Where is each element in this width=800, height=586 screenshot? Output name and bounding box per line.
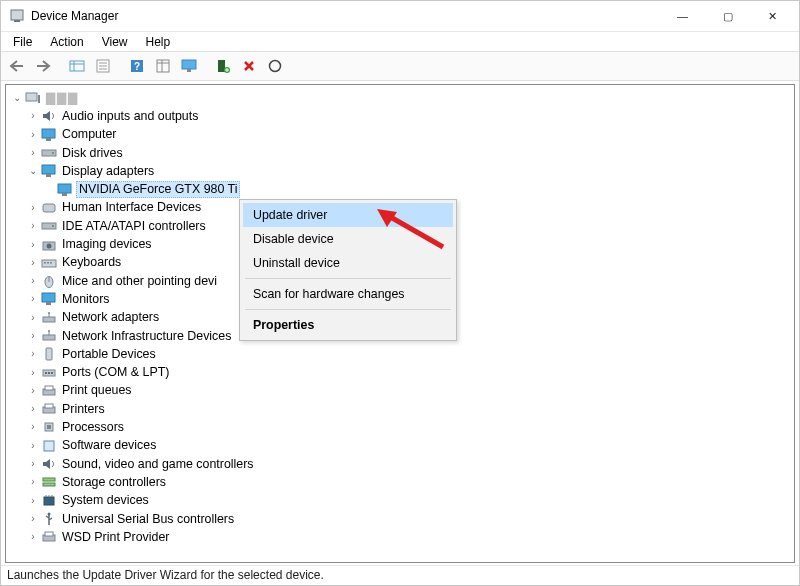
svg-rect-58 bbox=[45, 404, 53, 408]
expand-icon[interactable]: › bbox=[26, 330, 40, 342]
expand-icon[interactable]: › bbox=[26, 440, 40, 452]
svg-rect-54 bbox=[51, 372, 53, 374]
expand-icon[interactable]: › bbox=[26, 129, 40, 141]
svg-rect-61 bbox=[44, 441, 54, 451]
svg-rect-47 bbox=[43, 335, 55, 340]
expand-icon[interactable]: › bbox=[26, 293, 40, 305]
tree-category[interactable]: ›Storage controllers bbox=[8, 473, 792, 491]
svg-point-20 bbox=[270, 61, 281, 72]
port-icon bbox=[40, 365, 58, 381]
tree-category[interactable]: ›Portable Devices bbox=[8, 345, 792, 363]
svg-rect-11 bbox=[157, 60, 169, 72]
category-label: Imaging devices bbox=[60, 237, 154, 252]
category-label: Audio inputs and outputs bbox=[60, 109, 200, 124]
expand-icon[interactable]: › bbox=[26, 458, 40, 470]
tree-category[interactable]: ›WSD Print Provider bbox=[8, 528, 792, 546]
hid-icon bbox=[40, 200, 58, 216]
tree-category[interactable]: ›Processors bbox=[8, 418, 792, 436]
status-bar: Launches the Update Driver Wizard for th… bbox=[1, 565, 799, 585]
expand-icon[interactable]: › bbox=[26, 312, 40, 324]
tree-category[interactable]: ›Print queues bbox=[8, 382, 792, 400]
title-bar: Device Manager — ▢ ✕ bbox=[1, 1, 799, 31]
expand-icon[interactable]: › bbox=[26, 531, 40, 543]
svg-rect-21 bbox=[26, 93, 37, 101]
category-label: Network adapters bbox=[60, 310, 161, 325]
expand-icon[interactable]: › bbox=[26, 495, 40, 507]
window-title: Device Manager bbox=[31, 9, 660, 23]
root-node[interactable]: ⌄ ▇▇▇ bbox=[8, 89, 792, 107]
tree-device[interactable]: NVIDIA GeForce GTX 980 Ti bbox=[8, 180, 792, 198]
scan-button[interactable] bbox=[263, 54, 287, 78]
remove-device-button[interactable] bbox=[237, 54, 261, 78]
expand-icon[interactable]: › bbox=[26, 367, 40, 379]
menu-help[interactable]: Help bbox=[138, 33, 179, 51]
properties-button[interactable] bbox=[91, 54, 115, 78]
category-label: WSD Print Provider bbox=[60, 530, 171, 545]
monitor-icon bbox=[40, 163, 58, 179]
ctx-properties[interactable]: Properties bbox=[243, 313, 453, 337]
cpu-icon bbox=[40, 419, 58, 435]
monitor-icon bbox=[56, 182, 74, 198]
tree-category[interactable]: ›Ports (COM & LPT) bbox=[8, 363, 792, 381]
ctx-disable-device[interactable]: Disable device bbox=[243, 227, 453, 251]
ctx-update-driver[interactable]: Update driver bbox=[243, 203, 453, 227]
expand-icon[interactable]: › bbox=[26, 385, 40, 397]
ctx-uninstall-device[interactable]: Uninstall device bbox=[243, 251, 453, 275]
close-button[interactable]: ✕ bbox=[750, 2, 795, 30]
svg-rect-50 bbox=[46, 348, 52, 360]
svg-rect-23 bbox=[42, 129, 55, 138]
tree-category[interactable]: ⌄Display adapters bbox=[8, 162, 792, 180]
expand-icon[interactable]: › bbox=[26, 476, 40, 488]
expand-icon[interactable]: › bbox=[26, 202, 40, 214]
menu-file[interactable]: File bbox=[5, 33, 40, 51]
svg-rect-16 bbox=[218, 60, 225, 72]
tree-category[interactable]: ›Computer bbox=[8, 126, 792, 144]
expand-icon[interactable]: › bbox=[26, 513, 40, 525]
svg-rect-53 bbox=[48, 372, 50, 374]
monitor-button[interactable] bbox=[177, 54, 201, 78]
expand-icon[interactable]: › bbox=[26, 421, 40, 433]
back-button[interactable] bbox=[5, 54, 29, 78]
menu-view[interactable]: View bbox=[94, 33, 136, 51]
svg-point-26 bbox=[52, 152, 54, 154]
expand-icon[interactable]: › bbox=[26, 110, 40, 122]
forward-button[interactable] bbox=[31, 54, 55, 78]
help-button[interactable]: ? bbox=[125, 54, 149, 78]
drive-icon bbox=[40, 145, 58, 161]
expand-icon[interactable]: › bbox=[26, 275, 40, 287]
category-label: Portable Devices bbox=[60, 347, 158, 362]
expand-icon[interactable]: › bbox=[26, 239, 40, 251]
svg-rect-63 bbox=[43, 483, 55, 486]
expander-icon[interactable]: ⌄ bbox=[10, 92, 24, 104]
list-button[interactable] bbox=[151, 54, 175, 78]
mouse-icon bbox=[40, 273, 58, 289]
chip-icon bbox=[40, 493, 58, 509]
maximize-button[interactable]: ▢ bbox=[705, 2, 750, 30]
tree-category[interactable]: ›Printers bbox=[8, 400, 792, 418]
svg-rect-24 bbox=[46, 138, 51, 141]
tree-category[interactable]: ›Disk drives bbox=[8, 144, 792, 162]
tree-category[interactable]: ›Universal Serial Bus controllers bbox=[8, 510, 792, 528]
add-device-button[interactable] bbox=[211, 54, 235, 78]
expand-icon[interactable]: › bbox=[26, 257, 40, 269]
menu-action[interactable]: Action bbox=[42, 33, 91, 51]
svg-rect-60 bbox=[47, 425, 51, 429]
tree-category[interactable]: ›Software devices bbox=[8, 437, 792, 455]
collapse-icon[interactable]: ⌄ bbox=[26, 165, 40, 177]
app-icon bbox=[9, 8, 25, 24]
svg-rect-52 bbox=[45, 372, 47, 374]
expand-icon[interactable]: › bbox=[26, 220, 40, 232]
minimize-button[interactable]: — bbox=[660, 2, 705, 30]
expand-icon[interactable]: › bbox=[26, 403, 40, 415]
svg-rect-31 bbox=[43, 204, 55, 212]
tree-category[interactable]: ›Sound, video and game controllers bbox=[8, 455, 792, 473]
expand-icon[interactable]: › bbox=[26, 147, 40, 159]
expand-icon[interactable]: › bbox=[26, 348, 40, 360]
svg-rect-27 bbox=[42, 165, 55, 174]
show-hidden-button[interactable] bbox=[65, 54, 89, 78]
svg-rect-22 bbox=[38, 95, 40, 103]
ctx-scan-hardware[interactable]: Scan for hardware changes bbox=[243, 282, 453, 306]
category-label: Display adapters bbox=[60, 164, 156, 179]
tree-category[interactable]: ›Audio inputs and outputs bbox=[8, 107, 792, 125]
tree-category[interactable]: ›System devices bbox=[8, 492, 792, 510]
